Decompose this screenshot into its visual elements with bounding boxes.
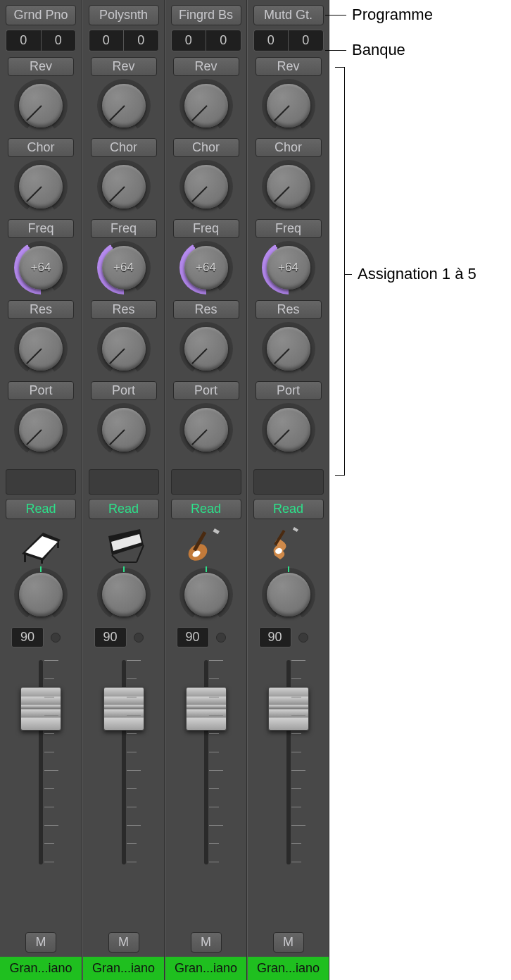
automation-read-button[interactable]: Read [6,499,76,519]
bank-msb[interactable]: 0 [171,30,206,51]
bank-lsb[interactable]: 0 [123,30,159,51]
bank-lsb[interactable]: 0 [41,30,77,51]
plain-knob[interactable] [14,403,68,457]
plain-knob[interactable] [262,403,315,457]
empty-insert-slot[interactable] [253,469,324,495]
assign-slot: Res [255,300,322,376]
bank-msb[interactable]: 0 [6,30,41,51]
assign-label-button[interactable]: Rev [8,57,74,76]
assign-label-button[interactable]: Res [8,300,74,319]
plain-knob[interactable] [262,160,315,213]
assign-slot: Port [8,381,74,457]
bank-msb[interactable]: 0 [253,30,289,51]
assign-label-button[interactable]: Chor [8,138,74,157]
piano-icon[interactable] [16,525,65,564]
assign-slot: Res [173,300,239,376]
empty-insert-slot[interactable] [6,469,76,495]
fader[interactable] [248,660,329,925]
volume-value[interactable]: 90 [94,627,127,647]
plain-knob[interactable] [14,160,68,213]
automation-read-button[interactable]: Read [89,499,159,519]
plain-knob[interactable] [97,322,151,376]
plain-knob[interactable] [14,322,68,376]
assign-slot: Res [91,300,157,376]
assign-label-button[interactable]: Chor [255,138,322,157]
assign-label-button[interactable]: Port [173,381,239,400]
mute-button[interactable]: M [108,932,139,953]
assign-slot: Freq+64 [91,219,157,294]
program-button[interactable]: Polysnth [89,5,159,25]
plain-knob[interactable] [97,403,151,457]
callout-banque: Banque [325,41,405,59]
bank-msb[interactable]: 0 [89,30,124,51]
plain-knob[interactable] [179,322,233,376]
assign-label-button[interactable]: Freq [91,219,157,238]
freq-knob[interactable]: +64 [262,241,315,294]
track-name-field[interactable]: Gran...iano [83,957,164,980]
mute-button[interactable]: M [273,932,304,953]
volume-value[interactable]: 90 [259,627,291,647]
volume-value[interactable]: 90 [11,627,44,647]
freq-knob[interactable]: +64 [179,241,233,294]
automation-read-button[interactable]: Read [171,499,241,519]
fader[interactable] [165,660,246,925]
track-name-field[interactable]: Gran...iano [248,957,329,980]
pan-knob[interactable] [14,568,68,621]
pan-knob[interactable] [179,568,233,621]
channel-strip: Fingrd Bs00RevChorFreq+64ResPortRead90MG… [165,0,247,980]
assign-label-button[interactable]: Chor [173,138,239,157]
volume-readout-row: 90 [171,627,241,647]
empty-insert-slot[interactable] [171,469,241,495]
synth-icon[interactable] [99,525,149,564]
pan-knob[interactable] [262,568,315,621]
plain-knob[interactable] [262,79,315,132]
assign-slot: Freq+64 [173,219,239,294]
guitar-icon[interactable] [264,525,313,564]
fader[interactable] [83,660,164,925]
assign-label-button[interactable]: Freq [8,219,74,238]
volume-value[interactable]: 90 [177,627,209,647]
assign-label-button[interactable]: Freq [255,219,322,238]
channel-strip: Polysnth00RevChorFreq+64ResPortRead90MGr… [82,0,165,980]
track-name-field[interactable]: Gran...iano [0,957,82,980]
track-name-field[interactable]: Gran...iano [165,957,246,980]
assign-label-button[interactable]: Rev [173,57,239,76]
assign-slot: Port [255,381,322,457]
bank-lsb[interactable]: 0 [206,30,241,51]
plain-knob[interactable] [97,79,151,132]
assign-label-button[interactable]: Port [91,381,157,400]
peak-indicator [216,633,226,643]
empty-insert-slot[interactable] [89,469,159,495]
automation-read-button[interactable]: Read [253,499,324,519]
assign-label-button[interactable]: Rev [91,57,157,76]
program-button[interactable]: Mutd Gt. [253,5,324,25]
plain-knob[interactable] [14,79,68,132]
freq-knob[interactable]: +64 [97,241,151,294]
mute-button[interactable]: M [25,932,56,953]
assign-label-button[interactable]: Res [255,300,322,319]
assign-label-button[interactable]: Res [173,300,239,319]
fader[interactable] [0,660,82,925]
plain-knob[interactable] [179,79,233,132]
program-button[interactable]: Fingrd Bs [171,5,241,25]
assign-label-button[interactable]: Rev [255,57,322,76]
assign-label-button[interactable]: Chor [91,138,157,157]
plain-knob[interactable] [179,403,233,457]
assign-slot: Rev [255,57,322,132]
freq-knob[interactable]: +64 [14,241,68,294]
mixer-panel: Grnd Pno00RevChorFreq+64ResPortRead90MGr… [0,0,329,980]
bass-icon[interactable] [182,525,231,564]
pan-knob[interactable] [97,568,151,621]
assign-label-button[interactable]: Res [91,300,157,319]
mute-button[interactable]: M [191,932,222,953]
plain-knob[interactable] [97,160,151,213]
assign-label-button[interactable]: Freq [173,219,239,238]
program-button[interactable]: Grnd Pno [6,5,76,25]
assign-label-button[interactable]: Port [8,381,74,400]
plain-knob[interactable] [179,160,233,213]
bank-selector: 00 [171,30,241,51]
bank-selector: 00 [6,30,76,51]
assign-label-button[interactable]: Port [255,381,322,400]
bank-lsb[interactable]: 0 [288,30,324,51]
plain-knob[interactable] [262,322,315,376]
